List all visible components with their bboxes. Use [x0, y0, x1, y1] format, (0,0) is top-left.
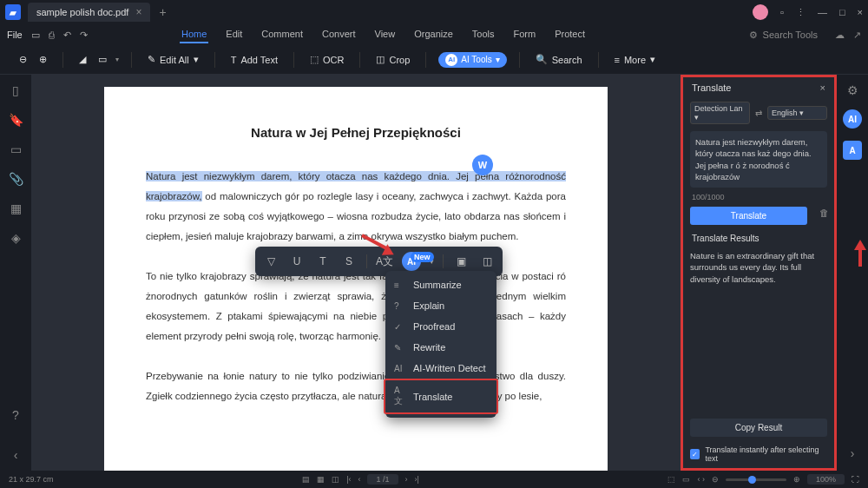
collapse-left-icon[interactable]: ‹ — [14, 448, 18, 462]
add-tab-button[interactable]: + — [159, 5, 166, 19]
window-more-icon[interactable]: ⋮ — [796, 7, 806, 18]
save-icon[interactable]: ▭ — [31, 30, 40, 41]
swap-languages-icon[interactable]: ⇄ — [755, 109, 762, 118]
app-icon: ▰ — [5, 4, 21, 20]
clear-icon[interactable]: 🗑 — [814, 203, 834, 228]
ai-sidebar-icon[interactable]: AI — [843, 109, 862, 129]
reading-mode-icon[interactable]: ▭ — [682, 475, 690, 484]
edit-all-button[interactable]: ✎ Edit All ▾ — [144, 51, 202, 68]
document-viewport[interactable]: Natura w Jej Pełnej Przepiękności Natura… — [31, 75, 681, 471]
window-setting-icon[interactable]: ▫ — [780, 7, 784, 17]
print-icon[interactable]: ⎙ — [49, 30, 55, 41]
prev-page-icon[interactable]: ‹ — [358, 475, 360, 484]
fields-icon[interactable]: ▦ — [10, 201, 22, 215]
ai-menu-explain[interactable]: ?Explain — [385, 295, 496, 316]
ai-menu-proofread[interactable]: ✓Proofread — [385, 316, 496, 337]
arrow-nav-icon[interactable]: ‹ › — [697, 475, 705, 484]
fit-icon[interactable]: ⬚ — [667, 475, 675, 484]
highlight-tool-icon[interactable]: ▽ — [262, 253, 279, 270]
results-label: Translate Results — [683, 228, 834, 248]
user-avatar-small[interactable] — [753, 4, 768, 20]
close-panel-icon[interactable]: × — [820, 82, 825, 93]
paragraph-1: Natura jest niezwykłym darem, który otac… — [146, 167, 566, 247]
attachments-icon[interactable]: 📎 — [9, 172, 23, 186]
strikethrough-tool-icon[interactable]: S — [340, 253, 358, 270]
ai-menu-summarize[interactable]: ≡Summarize — [385, 274, 496, 295]
zoom-slider[interactable] — [726, 478, 786, 481]
translate-button[interactable]: Translate — [690, 207, 807, 225]
zoom-out-icon[interactable]: ⊖ — [16, 51, 30, 68]
help-icon[interactable]: ? — [12, 408, 19, 422]
view-mode-icon[interactable]: ▤ — [302, 475, 310, 484]
menu-view[interactable]: View — [373, 26, 398, 43]
collapse-right-icon[interactable]: › — [851, 446, 855, 460]
more-button[interactable]: ≡ More ▾ — [611, 51, 659, 68]
underline-tool-icon[interactable]: U — [288, 253, 306, 270]
zoom-out-status-icon[interactable]: ⊖ — [712, 475, 719, 484]
text-tool-icon[interactable]: T — [314, 253, 332, 270]
comments-icon[interactable]: ▭ — [10, 142, 22, 156]
undo-icon[interactable]: ↶ — [63, 30, 71, 41]
menu-edit[interactable]: Edit — [224, 26, 244, 43]
translate-panel-title: Translate — [692, 82, 731, 93]
add-text-button[interactable]: T Add Text — [227, 52, 281, 68]
instant-translate-checkbox[interactable]: ✓ Translate instantly after selecting te… — [683, 440, 834, 468]
menu-comment[interactable]: Comment — [260, 26, 305, 43]
extract-tool-icon[interactable]: ◫ — [478, 253, 496, 270]
search-button[interactable]: 🔍 Search — [532, 51, 586, 68]
minimize-icon[interactable]: — — [818, 7, 827, 17]
menu-home[interactable]: Home — [180, 26, 208, 43]
view-mode-icon-3[interactable]: ◫ — [332, 475, 339, 484]
file-menu[interactable]: File — [7, 30, 23, 40]
copy-result-button[interactable]: Copy Result — [690, 419, 827, 437]
ai-menu-translate[interactable]: A文Translate — [384, 379, 498, 414]
menu-convert[interactable]: Convert — [320, 26, 358, 43]
left-sidebar: ▯ 🔖 ▭ 📎 ▦ ◈ ? ‹ — [0, 75, 31, 471]
layers-icon[interactable]: ◈ — [11, 231, 21, 245]
translate-sidebar-icon[interactable]: A — [843, 141, 862, 160]
settings-icon[interactable]: ⚙ — [847, 83, 858, 97]
source-text-input[interactable]: Natura jest niezwykłym darem, który otac… — [690, 131, 827, 188]
fullscreen-icon[interactable]: ⛶ — [852, 475, 859, 484]
checkbox-icon: ✓ — [690, 449, 700, 459]
menu-organize[interactable]: Organize — [412, 26, 455, 43]
close-tab-icon[interactable]: × — [135, 6, 141, 18]
last-page-icon[interactable]: ›| — [415, 475, 419, 484]
thumbnails-icon[interactable]: ▯ — [12, 83, 19, 97]
page-dimensions: 21 x 29.7 cm — [9, 475, 54, 484]
zoom-value[interactable]: 100% — [807, 474, 845, 485]
menu-form[interactable]: Form — [512, 26, 538, 43]
zoom-in-status-icon[interactable]: ⊕ — [793, 475, 800, 484]
source-language-select[interactable]: Detection Lan ▾ — [690, 102, 750, 124]
first-page-icon[interactable]: |‹ — [346, 475, 351, 484]
next-page-icon[interactable]: › — [405, 475, 408, 484]
note-icon[interactable]: ▭ — [95, 51, 110, 68]
bookmark-icon[interactable]: 🔖 — [9, 113, 23, 127]
translate-panel: Translate × Detection Lan ▾ ⇄ English ▾ … — [681, 75, 837, 471]
menu-protect[interactable]: Protect — [553, 26, 587, 43]
page-indicator[interactable]: 1 /1 — [367, 474, 398, 485]
share-icon[interactable]: ↗ — [853, 30, 861, 41]
ai-tools-button[interactable]: AIAI Tools ▾ — [438, 52, 506, 68]
crop-button[interactable]: ◫ Crop — [372, 51, 413, 68]
search-tools-label[interactable]: Search Tools — [763, 30, 818, 40]
user-avatar-main[interactable]: W — [472, 155, 493, 175]
copy-tool-icon[interactable]: ▣ — [452, 253, 470, 270]
doc-title: Natura w Jej Pełnej Przepiękności — [146, 120, 566, 146]
redo-icon[interactable]: ↷ — [80, 30, 88, 41]
close-window-icon[interactable]: × — [858, 7, 863, 17]
cloud-icon[interactable]: ☁ — [835, 30, 845, 41]
menu-tools[interactable]: Tools — [470, 26, 496, 43]
ocr-button[interactable]: ⬚ OCR — [306, 51, 347, 68]
search-tools-icon: ⚙ — [749, 30, 758, 41]
zoom-in-icon[interactable]: ⊕ — [36, 51, 50, 68]
ai-menu-ai-written-detect[interactable]: AIAI-Written Detect — [385, 358, 496, 379]
new-badge: New — [411, 252, 434, 262]
menubar: File ▭ ⎙ ↶ ↷ HomeEditCommentConvertViewO… — [0, 24, 868, 45]
ai-menu-rewrite[interactable]: ✎Rewrite — [385, 337, 496, 358]
document-tab[interactable]: sample polish doc.pdf × — [28, 3, 150, 22]
highlight-icon[interactable]: ◢ — [76, 51, 89, 68]
target-language-select[interactable]: English ▾ — [767, 106, 827, 120]
view-mode-icon-2[interactable]: ▦ — [317, 475, 325, 484]
maximize-icon[interactable]: □ — [839, 7, 845, 17]
